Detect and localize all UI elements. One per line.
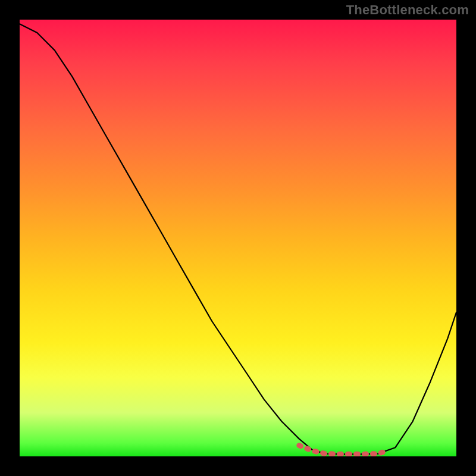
plot-area [20, 20, 456, 456]
chart-frame: TheBottleneck.com [0, 0, 476, 476]
watermark-text: TheBottleneck.com [346, 2, 469, 18]
main-curve [20, 24, 456, 454]
curve-svg [20, 20, 456, 456]
